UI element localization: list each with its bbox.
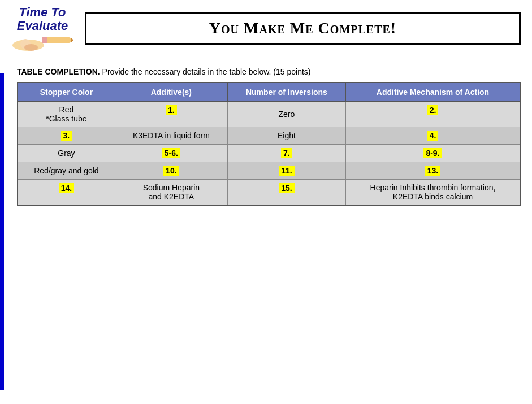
table-container: Stopper Color Additive(s) Number of Inve… bbox=[6, 82, 532, 217]
number-2: 2. bbox=[427, 105, 439, 115]
row1-mechanism: 2. bbox=[345, 102, 520, 127]
svg-rect-3 bbox=[42, 37, 47, 43]
pencil-icon bbox=[11, 33, 73, 51]
table-row: Gray 5-6. 7. 8-9. bbox=[18, 145, 520, 162]
row3-stopper: Gray bbox=[18, 145, 115, 162]
header-logo: Time To Evaluate bbox=[11, 6, 73, 51]
row3-additives: 5-6. bbox=[115, 145, 227, 162]
row2-stopper: 3. bbox=[18, 127, 115, 145]
number-7: 7. bbox=[281, 148, 292, 158]
row4-additives: 10. bbox=[115, 162, 227, 180]
number-13: 13. bbox=[425, 166, 440, 176]
number-1: 1. bbox=[166, 105, 177, 115]
number-14: 14. bbox=[59, 183, 74, 193]
number-89: 8-9. bbox=[423, 148, 442, 158]
instruction-bold: TABLE COMPLETION. bbox=[17, 67, 100, 76]
row1-inversions: Zero bbox=[227, 102, 345, 127]
blue-left-bar bbox=[0, 73, 4, 390]
table-row: Red*Glass tube 1. Zero 2. bbox=[18, 102, 520, 127]
table-row: 3. K3EDTA in liquid form Eight 4. bbox=[18, 127, 520, 145]
col-header-additives: Additive(s) bbox=[115, 82, 227, 102]
completion-table: Stopper Color Additive(s) Number of Inve… bbox=[17, 82, 521, 206]
row4-mechanism: 13. bbox=[345, 162, 520, 180]
row3-mechanism: 8-9. bbox=[345, 145, 520, 162]
logo-line2: Evaluate bbox=[17, 19, 68, 33]
row5-additives: Sodium Heparinand K2EDTA bbox=[115, 180, 227, 206]
header-title-box: You Make Me Complete! bbox=[85, 12, 521, 45]
svg-point-5 bbox=[24, 44, 38, 51]
row2-mechanism: 4. bbox=[345, 127, 520, 145]
instruction-rest: Provide the necessary details in the tab… bbox=[100, 67, 311, 76]
number-56: 5-6. bbox=[162, 148, 180, 158]
row3-inversions: 7. bbox=[227, 145, 345, 162]
number-15: 15. bbox=[279, 183, 294, 193]
number-11: 11. bbox=[279, 166, 294, 176]
instruction-text: TABLE COMPLETION. Provide the necessary … bbox=[0, 57, 532, 82]
svg-marker-2 bbox=[71, 37, 73, 43]
logo-line1: Time To bbox=[19, 6, 66, 19]
row4-stopper: Red/gray and gold bbox=[18, 162, 115, 180]
table-header-row: Stopper Color Additive(s) Number of Inve… bbox=[18, 82, 520, 102]
col-header-stopper: Stopper Color bbox=[18, 82, 115, 102]
number-3: 3. bbox=[61, 131, 72, 141]
table-row: 14. Sodium Heparinand K2EDTA 15. Heparin… bbox=[18, 180, 520, 206]
row2-additives: K3EDTA in liquid form bbox=[115, 127, 227, 145]
col-header-inversions: Number of Inversions bbox=[227, 82, 345, 102]
header: Time To Evaluate You Make Me Complete! bbox=[0, 0, 532, 57]
row4-inversions: 11. bbox=[227, 162, 345, 180]
row2-inversions: Eight bbox=[227, 127, 345, 145]
number-4: 4. bbox=[427, 131, 439, 141]
row5-inversions: 15. bbox=[227, 180, 345, 206]
row5-mechanism: Heparin Inhibits thrombin formation,K2ED… bbox=[345, 180, 520, 206]
table-row: Red/gray and gold 10. 11. 13. bbox=[18, 162, 520, 180]
page: Time To Evaluate You Make Me Complete! T… bbox=[0, 0, 532, 217]
page-title: You Make Me Complete! bbox=[209, 19, 396, 37]
col-header-mechanism: Additive Mechanism of Action bbox=[345, 82, 520, 102]
number-10: 10. bbox=[163, 166, 179, 176]
row1-stopper: Red*Glass tube bbox=[18, 102, 115, 127]
row1-additives: 1. bbox=[115, 102, 227, 127]
row5-stopper: 14. bbox=[18, 180, 115, 206]
